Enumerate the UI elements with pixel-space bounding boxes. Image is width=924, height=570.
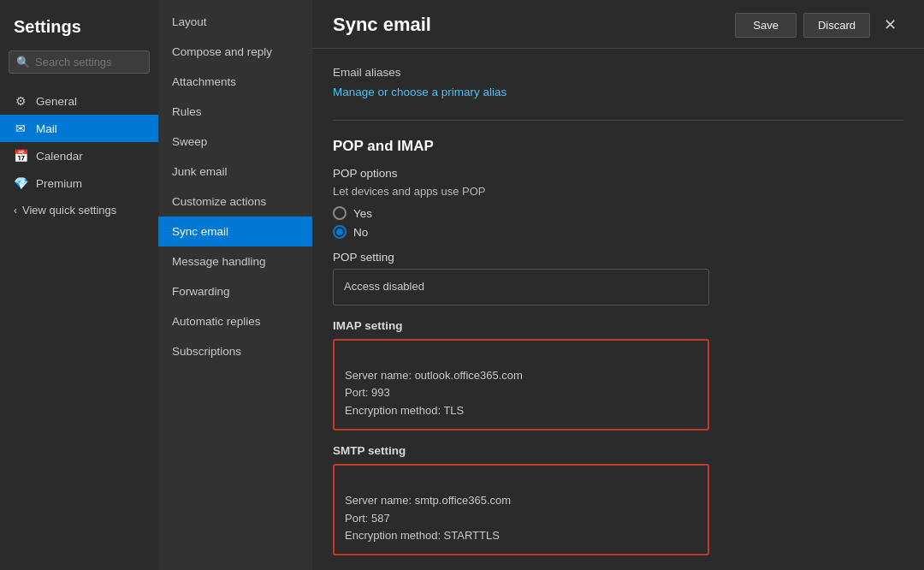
general-icon: ⚙ (14, 94, 27, 108)
search-input[interactable] (35, 56, 142, 68)
smtp-setting-value: Server name: smtp.office365.com Port: 58… (345, 494, 511, 543)
email-aliases-section: Email aliases Manage or choose a primary… (333, 66, 903, 99)
radio-yes[interactable]: Yes (333, 206, 903, 220)
mid-nav-message-handling[interactable]: Message handling (158, 246, 312, 276)
radio-yes-circle (333, 206, 346, 220)
pop-description: Let devices and apps use POP (333, 185, 903, 198)
email-aliases-label: Email aliases (333, 66, 903, 79)
view-quick-settings-link[interactable]: ‹ View quick settings (0, 197, 158, 223)
mid-nav-layout[interactable]: Layout (158, 7, 312, 37)
smtp-setting-box: Server name: smtp.office365.com Port: 58… (333, 464, 709, 555)
view-quick-settings-label: View quick settings (22, 204, 116, 217)
main-header: Sync email Save Discard ✕ (312, 0, 924, 49)
main-content: Sync email Save Discard ✕ Email aliases … (312, 0, 924, 570)
mid-nav-attachments[interactable]: Attachments (158, 67, 312, 97)
sidebar-item-mail[interactable]: ✉ Mail (0, 115, 158, 142)
manage-alias-link[interactable]: Manage or choose a primary alias (333, 86, 506, 98)
sidebar: Settings 🔍 ⚙ General ✉ Mail 📅 Calendar 💎… (0, 0, 158, 570)
pop-imap-section: POP and IMAP POP options Let devices and… (333, 138, 903, 555)
close-button[interactable]: ✕ (877, 12, 903, 38)
mid-nav-rules[interactable]: Rules (158, 97, 312, 127)
mid-nav-sweep[interactable]: Sweep (158, 127, 312, 157)
page-title: Sync email (333, 14, 431, 36)
radio-no-circle (333, 225, 346, 239)
pop-radio-group: Yes No (333, 206, 903, 239)
pop-setting-box: Access disabled (333, 269, 709, 306)
sidebar-item-label-general: General (36, 95, 77, 108)
chevron-left-icon: ‹ (14, 205, 17, 217)
mid-nav-junk-email[interactable]: Junk email (158, 157, 312, 187)
sidebar-item-premium[interactable]: 💎 Premium (0, 169, 158, 197)
middle-navigation: Layout Compose and reply Attachments Rul… (158, 0, 312, 570)
main-body: Email aliases Manage or choose a primary… (312, 49, 924, 570)
save-button[interactable]: Save (735, 13, 797, 38)
mid-nav-automatic-replies[interactable]: Automatic replies (158, 306, 312, 336)
pop-setting-label: POP setting (333, 251, 903, 264)
app-title: Settings (0, 10, 158, 50)
search-box[interactable]: 🔍 (9, 50, 150, 74)
smtp-setting-label: SMTP setting (333, 444, 903, 457)
mid-nav-sync-email[interactable]: Sync email (158, 217, 312, 246)
sidebar-item-general[interactable]: ⚙ General (0, 87, 158, 115)
mid-nav-forwarding[interactable]: Forwarding (158, 276, 312, 306)
sidebar-item-label-calendar: Calendar (36, 150, 83, 163)
pop-setting-value: Access disabled (344, 280, 424, 293)
sidebar-item-calendar[interactable]: 📅 Calendar (0, 142, 158, 169)
imap-setting-label: IMAP setting (333, 319, 903, 332)
imap-setting-value: Server name: outlook.office365.com Port:… (345, 369, 523, 418)
divider (333, 120, 903, 121)
radio-no[interactable]: No (333, 225, 903, 239)
mid-nav-customize-actions[interactable]: Customize actions (158, 187, 312, 217)
discard-button[interactable]: Discard (803, 13, 870, 38)
sidebar-item-label-mail: Mail (36, 122, 57, 135)
premium-icon: 💎 (14, 176, 27, 190)
pop-imap-heading: POP and IMAP (333, 138, 903, 155)
search-icon: 🔍 (16, 56, 30, 68)
radio-yes-label: Yes (353, 207, 372, 220)
mid-nav-compose-reply[interactable]: Compose and reply (158, 37, 312, 67)
pop-options-label: POP options (333, 167, 903, 180)
sidebar-item-label-premium: Premium (36, 177, 82, 190)
mail-icon: ✉ (14, 122, 27, 135)
imap-setting-box: Server name: outlook.office365.com Port:… (333, 339, 709, 430)
header-buttons: Save Discard ✕ (735, 12, 903, 38)
mid-nav-subscriptions[interactable]: Subscriptions (158, 336, 312, 366)
radio-no-label: No (353, 226, 368, 239)
calendar-icon: 📅 (14, 149, 27, 163)
